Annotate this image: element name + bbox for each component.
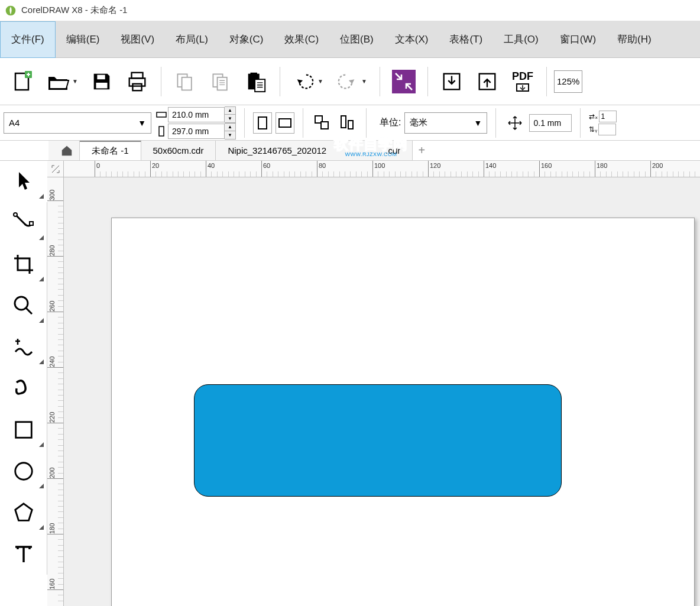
menu-edit[interactable]: 编辑(E) (56, 21, 111, 58)
menu-text[interactable]: 文本(X) (384, 21, 439, 58)
dropdown-arrow-icon: ▼ (317, 78, 323, 85)
page-dimensions: ▲▼ ▲▼ (155, 107, 236, 139)
page-size-combo[interactable]: A4 ▼ (4, 112, 151, 134)
menu-help[interactable]: 帮助(H) (607, 21, 662, 58)
crop-tool[interactable] (0, 244, 47, 285)
svg-rect-14 (255, 79, 265, 92)
add-tab-button[interactable]: + (413, 141, 430, 160)
toolbar-separator (380, 67, 380, 96)
rounded-rectangle-shape[interactable] (194, 384, 562, 497)
width-spinner[interactable]: ▲▼ (225, 106, 236, 123)
paste-button[interactable] (239, 65, 273, 98)
home-tab[interactable] (48, 141, 80, 160)
dup-y-input[interactable] (598, 124, 616, 135)
artistic-media-tool[interactable] (0, 368, 47, 409)
save-button[interactable] (85, 65, 118, 98)
new-document-button[interactable] (6, 65, 39, 98)
redo-button[interactable]: ▼ (331, 65, 372, 98)
vertical-ruler[interactable]: 300280260240220200180160 (47, 177, 64, 606)
open-button[interactable]: ▼ (41, 65, 83, 98)
export-button[interactable] (471, 65, 504, 98)
svg-rect-20 (159, 127, 164, 136)
menu-view[interactable]: 视图(V) (110, 21, 165, 58)
zoom-combo[interactable]: 125% (554, 70, 582, 93)
flyout-indicator-icon (39, 277, 44, 281)
menu-layout[interactable]: 布局(L) (165, 21, 219, 58)
ruler-tick: 40 (206, 161, 215, 177)
svg-rect-5 (132, 72, 143, 78)
flyout-indicator-icon (39, 235, 44, 240)
ellipse-tool[interactable] (0, 451, 47, 492)
toolbar-separator (161, 67, 161, 96)
svg-rect-21 (258, 117, 267, 129)
flyout-indicator-icon (39, 525, 44, 530)
all-pages-button[interactable] (312, 112, 333, 134)
toolbar-separator (366, 108, 367, 138)
rectangle-tool[interactable] (0, 409, 47, 451)
cut-button[interactable] (168, 65, 202, 98)
import-button[interactable] (435, 65, 468, 98)
menu-file[interactable]: 文件(F) (0, 21, 56, 58)
svg-rect-24 (321, 122, 328, 129)
toolbar-separator (546, 67, 547, 96)
tab-label: 未命名 -1 (92, 145, 129, 157)
canvas-viewport[interactable] (64, 177, 700, 606)
page-height-input[interactable] (168, 124, 225, 139)
svg-rect-30 (16, 422, 32, 438)
menu-table[interactable]: 表格(T) (439, 21, 493, 58)
tab-label-suffix: .cdr (385, 145, 400, 155)
document-tab[interactable]: Nipic_32146765_202012.cdr (216, 141, 413, 160)
flyout-indicator-icon (39, 484, 44, 488)
document-tab-active[interactable]: 未命名 -1 (80, 141, 141, 160)
current-page-button[interactable] (336, 112, 358, 134)
print-button[interactable] (121, 65, 154, 98)
document-tab[interactable]: 50x60cm.cdr (141, 141, 216, 160)
freehand-tool[interactable] (0, 326, 47, 368)
page-width-input[interactable] (168, 107, 225, 122)
svg-rect-11 (218, 77, 227, 90)
pick-tool[interactable] (0, 161, 47, 202)
flyout-indicator-icon (39, 442, 44, 447)
svg-rect-7 (132, 83, 141, 90)
text-tool[interactable] (0, 533, 47, 575)
toolbar-separator (427, 67, 428, 96)
menu-bitmap[interactable]: 位图(B) (329, 21, 384, 58)
zoom-tool[interactable] (0, 285, 47, 326)
window-title: CorelDRAW X8 - 未命名 -1 (21, 5, 127, 16)
pdf-label: PDF (512, 70, 533, 83)
dup-x-input[interactable] (599, 111, 617, 122)
unit-combo[interactable]: 毫米 ▼ (404, 112, 487, 134)
copy-button[interactable] (204, 65, 237, 98)
ruler-tick: 80 (317, 161, 326, 177)
menu-effect[interactable]: 效果(C) (274, 21, 329, 58)
toolbar-separator (580, 108, 581, 138)
polygon-tool[interactable] (0, 492, 47, 533)
menu-tools[interactable]: 工具(O) (493, 21, 549, 58)
document-tabs: 未命名 -1 50x60cm.cdr Nipic_32146765_202012… (0, 141, 700, 161)
svg-rect-13 (251, 72, 257, 76)
dup-x-icon: ⇄ₓ (589, 112, 598, 121)
unit-value: 毫米 (410, 117, 470, 128)
dropdown-arrow-icon: ▼ (361, 78, 367, 85)
flyout-indicator-icon (39, 194, 44, 199)
menu-object[interactable]: 对象(C) (219, 21, 274, 58)
portrait-button[interactable] (253, 112, 272, 134)
ruler-origin[interactable] (47, 161, 64, 177)
horizontal-ruler[interactable]: 020406080100120140160180200 (64, 161, 700, 177)
duplicate-distance: ⇄ₓ ⇅ᵧ (589, 110, 617, 136)
svg-rect-22 (279, 119, 291, 127)
menu-window[interactable]: 窗口(W) (549, 21, 607, 58)
toolbar-separator (244, 108, 245, 138)
nudge-input[interactable] (529, 114, 572, 132)
shape-tool[interactable] (0, 202, 47, 244)
menu-bar: 文件(F) 编辑(E) 视图(V) 布局(L) 对象(C) 效果(C) 位图(B… (0, 21, 700, 58)
home-icon (60, 144, 73, 157)
undo-button[interactable]: ▼ (287, 65, 329, 98)
contract-icon-button[interactable] (387, 65, 420, 98)
tab-label: 50x60cm.cdr (153, 145, 204, 155)
publish-pdf-button[interactable]: PDF (506, 65, 539, 98)
height-spinner[interactable]: ▲▼ (225, 123, 236, 140)
landscape-button[interactable] (276, 112, 294, 134)
toolbar-separator (280, 67, 280, 96)
svg-rect-26 (348, 121, 353, 129)
